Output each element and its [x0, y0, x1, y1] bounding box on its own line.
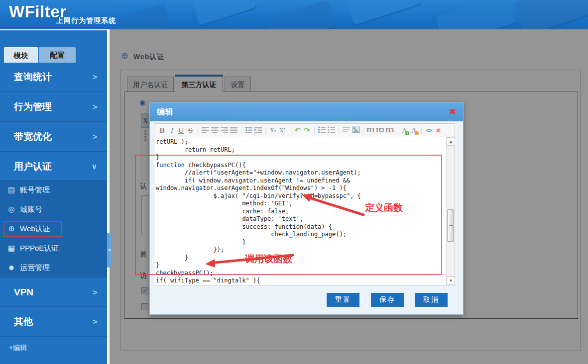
- sidebar-item-account-mgmt[interactable]: ▤ 账号管理: [0, 180, 107, 199]
- toolbar-separator: [397, 127, 397, 134]
- sidebar-collapse-handle[interactable]: ◂: [107, 233, 112, 268]
- sidebar-edit-link[interactable]: +编辑: [9, 344, 27, 353]
- sidebar-item-label: PPPoE认证: [20, 244, 59, 252]
- keyboard-key-decoration: [435, 0, 515, 29]
- redo-icon[interactable]: ↷: [302, 126, 312, 135]
- cancel-button[interactable]: 取消: [415, 293, 448, 307]
- rich-text-editor: B I U S X₂ X² ↶ ↷: [154, 123, 455, 285]
- sidebar-item-query-stats[interactable]: 查询统计 >: [0, 63, 107, 92]
- subscript-icon[interactable]: X₂: [268, 126, 278, 135]
- chevron-right-icon: >: [93, 278, 97, 307]
- horizontal-rule-icon[interactable]: [342, 126, 351, 135]
- sidebar-item-label: VPN: [14, 287, 33, 297]
- domain-account-icon: ◎: [6, 199, 16, 219]
- close-icon[interactable]: ✖: [450, 107, 456, 116]
- undo-icon[interactable]: ↶: [293, 126, 302, 135]
- dialog-header[interactable]: 编辑 ✖: [150, 102, 463, 121]
- editor-toolbar: B I U S X₂ X² ↶ ↷: [154, 124, 455, 137]
- align-right-icon[interactable]: [220, 126, 229, 135]
- sidebar-item-pppoe-auth[interactable]: ▦ PPPoE认证: [0, 238, 107, 258]
- chevron-right-icon: >: [93, 307, 97, 336]
- align-center-icon[interactable]: [210, 126, 220, 135]
- chevron-down-icon: ∨: [92, 152, 97, 181]
- toolbar-separator: [339, 127, 339, 134]
- keyboard-key-decoration: [112, 3, 172, 29]
- top-banner: WFilter 上网行为管理系统: [0, 0, 588, 29]
- code-text: retURL ); return retURL; } function chec…: [154, 137, 446, 285]
- keyboard-key-decoration: [266, 0, 337, 29]
- underline-icon[interactable]: U: [176, 126, 186, 135]
- operator-icon: ☻: [6, 258, 16, 277]
- align-left-icon[interactable]: [201, 126, 210, 135]
- code-icon[interactable]: <>: [424, 126, 434, 135]
- scroll-down-icon[interactable]: ▼: [447, 276, 455, 285]
- sidebar-item-operations[interactable]: ☻ 运营管理: [0, 258, 107, 277]
- bold-icon[interactable]: B: [157, 126, 167, 135]
- scrollbar-grip: [449, 224, 453, 224]
- code-editor-content[interactable]: retURL ); return retURL; } function chec…: [154, 137, 446, 285]
- toolbar-separator: [265, 127, 266, 134]
- sidebar-submenu: ▤ 账号管理 ◎ 域账号 ⊕ Web认证 ▦ PPPoE认证 ☻ 运营管理: [0, 180, 107, 277]
- plus-badge-icon: +: [405, 131, 409, 135]
- edit-dialog: 编辑 ✖ B I U S X₂ X² ↶ ↷: [149, 102, 464, 315]
- superscript-icon[interactable]: X²: [278, 126, 287, 135]
- sidebar-item-label: Web认证: [20, 224, 50, 233]
- sidebar-item-user-auth[interactable]: 用户认证 ∨: [0, 152, 107, 182]
- scroll-up-icon[interactable]: ▲: [447, 137, 455, 146]
- save-button[interactable]: 保存: [371, 293, 404, 307]
- ordered-list-icon[interactable]: [317, 126, 327, 135]
- reset-button[interactable]: 重置: [327, 293, 359, 307]
- toolbar-separator: [290, 127, 290, 134]
- toolbar-separator: [198, 127, 198, 134]
- chevron-right-icon: >: [93, 63, 97, 91]
- toolbar-separator: [241, 127, 241, 134]
- chevron-right-icon: >: [93, 122, 97, 151]
- sidebar-item-vpn[interactable]: VPN >: [0, 277, 107, 307]
- sidebar-item-label: 运营管理: [20, 263, 50, 272]
- font-shrink-icon[interactable]: A−: [409, 126, 419, 135]
- outdent-icon[interactable]: [244, 126, 253, 135]
- sidebar-item-web-auth[interactable]: ⊕ Web认证: [0, 219, 107, 238]
- globe-icon: ⊕: [6, 219, 16, 238]
- sidebar-item-label: 域账号: [20, 205, 42, 213]
- unordered-list-icon[interactable]: [327, 126, 336, 135]
- sidebar-item-bandwidth[interactable]: 带宽优化 >: [0, 122, 107, 152]
- sidebar-item-label: 行为管理: [14, 101, 52, 112]
- doc-check-icon: ▦: [6, 238, 16, 258]
- keyboard-key-decoration: [192, 0, 256, 25]
- toolbar-separator: [314, 127, 315, 134]
- scrollbar-thumb[interactable]: [447, 209, 454, 242]
- screen: WFilter 上网行为管理系统 模块 配置 查询统计 > 行为管理 > 带宽优…: [0, 0, 588, 364]
- toolbar-separator: [421, 127, 422, 134]
- sidebar-item-label: 其他: [14, 316, 33, 327]
- sidebar-tab-module[interactable]: 模块: [4, 47, 38, 63]
- font-grow-icon[interactable]: A+: [400, 126, 409, 135]
- sidebar-item-label: 账号管理: [20, 185, 50, 194]
- vertical-scrollbar[interactable]: ▲ ▼: [446, 137, 455, 285]
- chevron-right-icon: >: [93, 92, 97, 121]
- sidebar-item-domain-account[interactable]: ◎ 域账号: [0, 199, 107, 219]
- italic-icon[interactable]: I: [167, 126, 176, 135]
- dialog-title: 编辑: [157, 107, 174, 117]
- sidebar-item-label: 用户认证: [14, 161, 52, 172]
- id-card-icon: ▤: [6, 180, 16, 199]
- sidebar: 模块 配置 查询统计 > 行为管理 > 带宽优化 > 用户认证 ∨ ▤ 账号管理…: [0, 29, 110, 364]
- keyboard-key-decoration: [514, 0, 588, 29]
- align-justify-icon[interactable]: [229, 126, 238, 135]
- remove-format-icon[interactable]: ✖: [434, 126, 443, 135]
- app-subtitle: 上网行为管理系统: [56, 16, 116, 25]
- sidebar-item-behavior-mgmt[interactable]: 行为管理 >: [0, 92, 107, 122]
- sidebar-item-label: 带宽优化: [14, 131, 52, 142]
- h1-icon[interactable]: H1: [366, 126, 375, 135]
- h3-icon[interactable]: H3: [385, 126, 394, 135]
- image-icon[interactable]: [351, 126, 360, 135]
- sidebar-item-other[interactable]: 其他 >: [0, 307, 107, 337]
- strikethrough-icon[interactable]: S: [186, 126, 195, 135]
- minus-badge-icon: −: [415, 131, 419, 135]
- sidebar-item-label: 查询统计: [14, 72, 52, 82]
- indent-icon[interactable]: [253, 126, 263, 135]
- keyboard-key-decoration: [346, 0, 421, 25]
- toolbar-separator: [363, 127, 363, 134]
- sidebar-tab-config[interactable]: 配置: [39, 47, 76, 63]
- h2-icon[interactable]: H2: [375, 126, 385, 135]
